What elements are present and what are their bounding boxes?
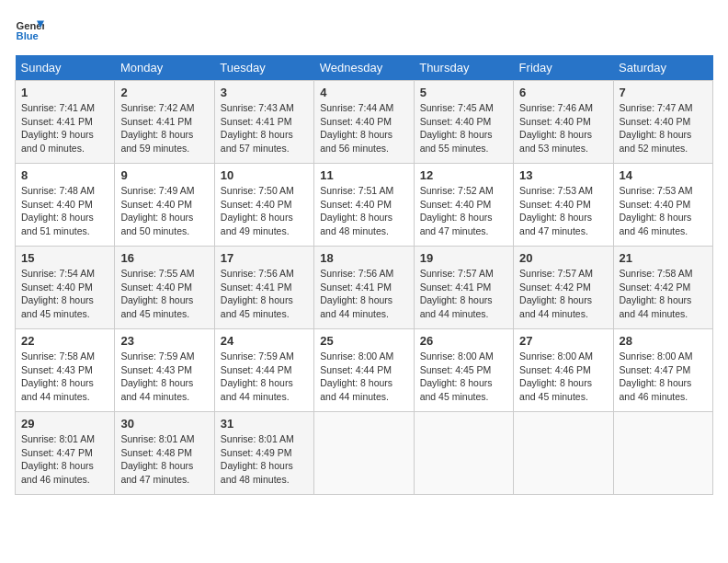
day-info: Sunrise: 7:52 AM Sunset: 4:40 PM Dayligh…	[420, 184, 507, 238]
day-info: Sunrise: 8:00 AM Sunset: 4:45 PM Dayligh…	[420, 350, 507, 404]
day-number: 16	[120, 251, 208, 265]
calendar-cell: 31 Sunrise: 8:01 AM Sunset: 4:49 PM Dayl…	[214, 412, 313, 495]
day-number: 1	[21, 86, 108, 99]
calendar-cell: 20 Sunrise: 7:57 AM Sunset: 4:42 PM Dayl…	[514, 247, 613, 329]
weekday-header-row: SundayMondayTuesdayWednesdayThursdayFrid…	[16, 55, 713, 81]
day-info: Sunrise: 7:41 AM Sunset: 4:41 PM Dayligh…	[21, 101, 108, 155]
day-info: Sunrise: 7:49 AM Sunset: 4:40 PM Dayligh…	[120, 184, 208, 238]
day-info: Sunrise: 7:48 AM Sunset: 4:40 PM Dayligh…	[21, 184, 108, 238]
calendar-cell: 26 Sunrise: 8:00 AM Sunset: 4:45 PM Dayl…	[414, 329, 513, 412]
weekday-header-saturday: Saturday	[613, 55, 712, 81]
day-number: 24	[221, 334, 308, 348]
day-info: Sunrise: 8:01 AM Sunset: 4:48 PM Dayligh…	[120, 432, 208, 487]
day-number: 2	[120, 86, 208, 99]
day-info: Sunrise: 7:59 AM Sunset: 4:43 PM Dayligh…	[120, 350, 208, 404]
day-number: 15	[21, 251, 108, 265]
day-number: 17	[221, 251, 308, 265]
day-info: Sunrise: 7:53 AM Sunset: 4:40 PM Dayligh…	[519, 184, 607, 238]
calendar-cell: 1 Sunrise: 7:41 AM Sunset: 4:41 PM Dayli…	[16, 81, 115, 164]
day-number: 18	[320, 251, 407, 265]
day-info: Sunrise: 7:56 AM Sunset: 4:41 PM Dayligh…	[320, 267, 407, 321]
day-info: Sunrise: 8:00 AM Sunset: 4:47 PM Dayligh…	[620, 350, 707, 404]
day-number: 8	[21, 168, 108, 182]
day-number: 6	[519, 86, 607, 99]
calendar-cell: 17 Sunrise: 7:56 AM Sunset: 4:41 PM Dayl…	[214, 247, 313, 329]
day-number: 11	[320, 168, 407, 182]
day-info: Sunrise: 7:56 AM Sunset: 4:41 PM Dayligh…	[221, 267, 308, 321]
day-info: Sunrise: 7:58 AM Sunset: 4:42 PM Dayligh…	[620, 267, 707, 321]
day-number: 20	[519, 251, 607, 265]
calendar-cell: 22 Sunrise: 7:58 AM Sunset: 4:43 PM Dayl…	[16, 329, 115, 412]
day-info: Sunrise: 7:55 AM Sunset: 4:40 PM Dayligh…	[120, 267, 208, 321]
calendar-cell: 27 Sunrise: 8:00 AM Sunset: 4:46 PM Dayl…	[514, 329, 613, 412]
day-number: 29	[21, 417, 108, 431]
logo: General Blue	[15, 15, 48, 44]
day-number: 30	[120, 417, 208, 431]
day-number: 13	[519, 168, 607, 182]
calendar-cell: 25 Sunrise: 8:00 AM Sunset: 4:44 PM Dayl…	[314, 329, 414, 412]
calendar-cell	[314, 412, 414, 495]
day-info: Sunrise: 7:47 AM Sunset: 4:40 PM Dayligh…	[620, 101, 707, 155]
day-number: 27	[519, 334, 607, 348]
calendar-cell	[514, 412, 613, 495]
day-number: 7	[620, 86, 707, 99]
calendar-week-row: 8 Sunrise: 7:48 AM Sunset: 4:40 PM Dayli…	[16, 164, 713, 247]
day-info: Sunrise: 7:59 AM Sunset: 4:44 PM Dayligh…	[221, 350, 308, 404]
calendar-week-row: 15 Sunrise: 7:54 AM Sunset: 4:40 PM Dayl…	[16, 247, 713, 329]
day-number: 19	[420, 251, 507, 265]
day-info: Sunrise: 7:53 AM Sunset: 4:40 PM Dayligh…	[620, 184, 707, 238]
calendar-cell: 12 Sunrise: 7:52 AM Sunset: 4:40 PM Dayl…	[414, 164, 513, 247]
day-number: 28	[620, 334, 707, 348]
calendar-cell: 30 Sunrise: 8:01 AM Sunset: 4:48 PM Dayl…	[115, 412, 214, 495]
calendar-cell: 23 Sunrise: 7:59 AM Sunset: 4:43 PM Dayl…	[115, 329, 214, 412]
calendar-cell: 24 Sunrise: 7:59 AM Sunset: 4:44 PM Dayl…	[214, 329, 313, 412]
calendar-cell: 6 Sunrise: 7:46 AM Sunset: 4:40 PM Dayli…	[514, 81, 613, 164]
calendar-cell: 16 Sunrise: 7:55 AM Sunset: 4:40 PM Dayl…	[115, 247, 214, 329]
logo-icon: General Blue	[15, 15, 44, 44]
day-info: Sunrise: 7:57 AM Sunset: 4:41 PM Dayligh…	[420, 267, 507, 321]
calendar-table: SundayMondayTuesdayWednesdayThursdayFrid…	[15, 55, 713, 495]
day-info: Sunrise: 8:00 AM Sunset: 4:46 PM Dayligh…	[519, 350, 607, 404]
day-number: 10	[221, 168, 308, 182]
weekday-header-tuesday: Tuesday	[214, 55, 313, 81]
weekday-header-friday: Friday	[514, 55, 613, 81]
day-number: 26	[420, 334, 507, 348]
calendar-cell: 18 Sunrise: 7:56 AM Sunset: 4:41 PM Dayl…	[314, 247, 414, 329]
weekday-header-monday: Monday	[115, 55, 214, 81]
day-info: Sunrise: 7:46 AM Sunset: 4:40 PM Dayligh…	[519, 101, 607, 155]
calendar-cell: 3 Sunrise: 7:43 AM Sunset: 4:41 PM Dayli…	[214, 81, 313, 164]
day-number: 31	[221, 417, 308, 431]
weekday-header-thursday: Thursday	[414, 55, 513, 81]
day-info: Sunrise: 7:50 AM Sunset: 4:40 PM Dayligh…	[221, 184, 308, 238]
calendar-cell: 21 Sunrise: 7:58 AM Sunset: 4:42 PM Dayl…	[613, 247, 712, 329]
weekday-header-sunday: Sunday	[16, 55, 115, 81]
page-header: General Blue	[15, 15, 713, 44]
day-info: Sunrise: 7:51 AM Sunset: 4:40 PM Dayligh…	[320, 184, 407, 238]
day-info: Sunrise: 7:42 AM Sunset: 4:41 PM Dayligh…	[120, 101, 208, 155]
day-number: 4	[320, 86, 407, 99]
calendar-cell: 11 Sunrise: 7:51 AM Sunset: 4:40 PM Dayl…	[314, 164, 414, 247]
calendar-cell: 15 Sunrise: 7:54 AM Sunset: 4:40 PM Dayl…	[16, 247, 115, 329]
day-info: Sunrise: 8:01 AM Sunset: 4:47 PM Dayligh…	[21, 432, 108, 487]
calendar-cell: 14 Sunrise: 7:53 AM Sunset: 4:40 PM Dayl…	[613, 164, 712, 247]
day-info: Sunrise: 7:45 AM Sunset: 4:40 PM Dayligh…	[420, 101, 507, 155]
calendar-cell	[414, 412, 513, 495]
calendar-cell: 8 Sunrise: 7:48 AM Sunset: 4:40 PM Dayli…	[16, 164, 115, 247]
calendar-cell: 4 Sunrise: 7:44 AM Sunset: 4:40 PM Dayli…	[314, 81, 414, 164]
day-number: 12	[420, 168, 507, 182]
calendar-cell: 7 Sunrise: 7:47 AM Sunset: 4:40 PM Dayli…	[613, 81, 712, 164]
day-info: Sunrise: 7:44 AM Sunset: 4:40 PM Dayligh…	[320, 101, 407, 155]
day-info: Sunrise: 7:54 AM Sunset: 4:40 PM Dayligh…	[21, 267, 108, 321]
day-number: 21	[620, 251, 707, 265]
calendar-cell: 2 Sunrise: 7:42 AM Sunset: 4:41 PM Dayli…	[115, 81, 214, 164]
day-number: 25	[320, 334, 407, 348]
calendar-cell: 5 Sunrise: 7:45 AM Sunset: 4:40 PM Dayli…	[414, 81, 513, 164]
day-info: Sunrise: 7:43 AM Sunset: 4:41 PM Dayligh…	[221, 101, 308, 155]
day-info: Sunrise: 8:01 AM Sunset: 4:49 PM Dayligh…	[221, 432, 308, 487]
calendar-week-row: 22 Sunrise: 7:58 AM Sunset: 4:43 PM Dayl…	[16, 329, 713, 412]
calendar-cell	[613, 412, 712, 495]
calendar-week-row: 29 Sunrise: 8:01 AM Sunset: 4:47 PM Dayl…	[16, 412, 713, 495]
calendar-cell: 28 Sunrise: 8:00 AM Sunset: 4:47 PM Dayl…	[613, 329, 712, 412]
day-number: 3	[221, 86, 308, 99]
calendar-week-row: 1 Sunrise: 7:41 AM Sunset: 4:41 PM Dayli…	[16, 81, 713, 164]
